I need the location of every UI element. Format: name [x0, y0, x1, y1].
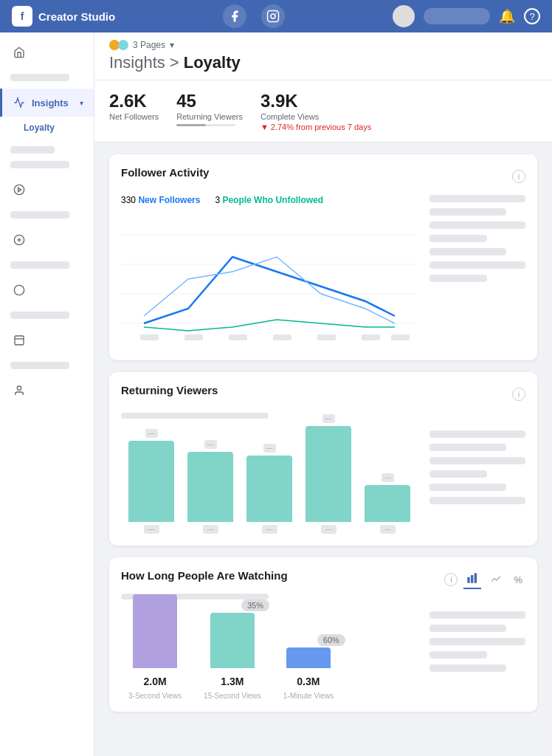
svg-rect-22 [468, 577, 470, 583]
stat-1min-value: 0.3M [297, 676, 320, 687]
follower-activity-layout: 330 New Followers 3 People Who Unfollowe… [121, 195, 525, 348]
sidebar-item-posts[interactable] [0, 326, 94, 354]
stat-complete-label: Complete Views [261, 112, 371, 121]
stat-complete-change: ▼ 2.74% from previous 7 days [261, 123, 371, 131]
how-long-title: How Long People Are Watching [121, 569, 288, 582]
sidebar-item-people[interactable] [0, 377, 94, 405]
hl-side-placeholder-5 [429, 664, 506, 672]
follower-activity-title: Follower Activity [121, 166, 209, 179]
stat-progress-bar [176, 124, 235, 126]
top-navigation: f Creator Studio 🔔 ? [0, 0, 552, 32]
returning-info-icon[interactable]: i [512, 388, 525, 401]
rv-side-placeholder-5 [429, 484, 506, 491]
svg-rect-16 [184, 334, 203, 340]
page-title-row: Insights > Loyalty [109, 53, 537, 80]
sidebar-placeholder-6 [10, 312, 69, 319]
bar-rect-5 [365, 485, 410, 522]
instagram-icon[interactable] [261, 4, 285, 28]
stat-returning-label: Returning Viewers [176, 112, 243, 121]
how-long-card: How Long People Are Watching i % [109, 557, 537, 712]
pct-label-15sec: 35% [241, 599, 269, 611]
svg-rect-23 [471, 575, 473, 583]
hl-side-placeholder-4 [429, 651, 487, 659]
follower-info-icon[interactable]: i [512, 170, 525, 183]
side-placeholder-5 [429, 248, 506, 255]
bar-rect-3 [246, 456, 292, 522]
how-long-info-icon[interactable]: i [444, 573, 458, 586]
brand: f Creator Studio [12, 6, 115, 27]
follower-line-chart [121, 213, 418, 346]
sidebar-item-content[interactable] [0, 176, 94, 204]
creative-icon [13, 284, 26, 297]
pages-selector[interactable]: 3 Pages ▾ [109, 40, 537, 50]
stat-3sec-label: 3-Second Views [128, 692, 182, 700]
stat-complete-value: 3.9K [261, 91, 371, 111]
stat-complete-views: 3.9K Complete Views ▼ 2.74% from previou… [261, 91, 371, 131]
side-placeholder-2 [429, 208, 506, 216]
stats-row: 2.6K Net Followers 45 Returning Viewers … [94, 80, 552, 142]
svg-point-10 [17, 386, 21, 390]
stat-1min-label: 1-Minute Views [283, 692, 334, 700]
stat-net-followers-label: Net Followers [109, 112, 159, 121]
bar-group-1: — — [128, 429, 174, 534]
sidebar-placeholder-1 [10, 74, 69, 81]
page-title: Loyalty [184, 53, 241, 72]
posts-icon [13, 334, 26, 347]
rv-side-placeholder-2 [429, 444, 506, 451]
chevron-down-icon: ▾ [80, 99, 83, 107]
bar-top-label-4: — [322, 414, 335, 423]
sidebar-placeholder-2 [10, 146, 55, 154]
returning-bar-chart-area: — — — — — [121, 430, 418, 534]
sidebar-placeholder-5 [10, 261, 69, 269]
page-header: 3 Pages ▾ Insights > Loyalty [94, 32, 552, 80]
sidebar-placeholder-7 [10, 362, 69, 369]
bar-rect-1 [128, 441, 174, 522]
bar-bottom-label-5: — [380, 525, 396, 534]
facebook-icon[interactable] [223, 4, 246, 28]
stat-net-followers-value: 2.6K [109, 91, 159, 111]
stat-net-followers: 2.6K Net Followers [109, 91, 159, 131]
sidebar-item-insights[interactable]: Insights ▾ [0, 89, 94, 117]
topnav-right: 🔔 ? [393, 5, 540, 27]
stat-returning-value: 45 [176, 91, 243, 111]
how-long-bar-1min: 60% 0.3M 1-Minute Views [283, 647, 334, 700]
down-arrow-icon: ▼ [261, 123, 269, 131]
stat-3sec-value: 2.0M [143, 676, 166, 687]
sidebar-insights-label: Insights [32, 97, 69, 109]
notifications-icon[interactable]: 🔔 [499, 8, 515, 24]
breadcrumb-parent[interactable]: Insights [109, 53, 165, 72]
side-placeholder-6 [429, 261, 525, 269]
bar-group-3: — — [246, 444, 292, 534]
sidebar-item-creative[interactable] [0, 276, 94, 304]
bar-chart-icon[interactable] [463, 571, 481, 589]
percent-icon[interactable]: % [511, 573, 525, 587]
bar-15sec [210, 613, 255, 668]
returning-viewers-title: Returning Viewers [121, 384, 218, 396]
bar-rect-2 [187, 452, 233, 522]
sidebar-item-monetization[interactable] [0, 226, 94, 254]
follower-side-panel [429, 195, 525, 348]
topnav-center [223, 4, 285, 28]
avatar[interactable] [393, 5, 415, 27]
bar-group-2: — — [187, 440, 233, 534]
bar-bottom-label-2: — [203, 525, 218, 534]
side-placeholder-1 [429, 195, 525, 202]
how-long-layout: 2.0M 3-Second Views 35% 1.3M 15-Seco [121, 611, 525, 700]
bar-rect-4 [306, 426, 351, 522]
line-chart-icon[interactable] [487, 571, 505, 588]
rv-side-placeholder-1 [429, 430, 525, 438]
help-icon[interactable]: ? [524, 8, 540, 24]
dollar-icon [13, 233, 26, 247]
stat-returning-viewers: 45 Returning Viewers [176, 91, 243, 131]
sidebar-placeholder-3 [10, 161, 69, 168]
new-followers-legend: 330 New Followers [121, 195, 200, 205]
svg-point-7 [14, 285, 24, 295]
how-long-chart-area: 2.0M 3-Second Views 35% 1.3M 15-Seco [121, 611, 418, 700]
follower-chart-area: 330 New Followers 3 People Who Unfollowe… [121, 195, 418, 348]
how-long-bar-3sec: 2.0M 3-Second Views [128, 594, 182, 700]
sidebar-item-loyalty[interactable]: Loyalty [0, 117, 94, 139]
unfollow-legend: 3 People Who Unfollowed [215, 195, 323, 205]
hl-side-placeholder-2 [429, 625, 506, 632]
sidebar-item-home[interactable] [0, 38, 94, 66]
svg-rect-0 [268, 11, 279, 22]
